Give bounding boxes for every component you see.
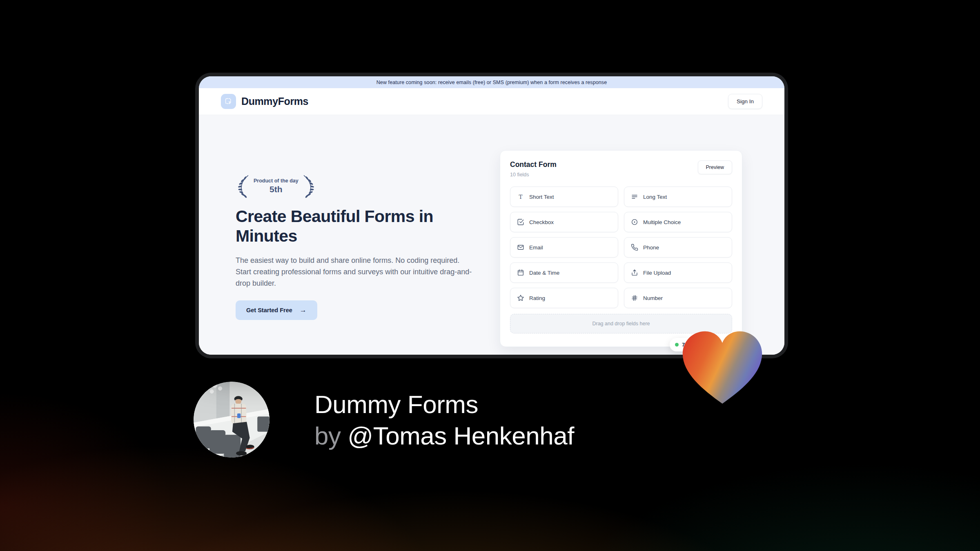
field-type-label: File Upload: [643, 270, 671, 276]
radio-icon: [631, 218, 638, 226]
maker-avatar: [194, 382, 270, 458]
field-type-label: Short Text: [529, 194, 554, 200]
field-type-number[interactable]: Number: [624, 288, 732, 308]
field-type-phone[interactable]: Phone: [624, 237, 732, 258]
field-type-checkbox[interactable]: Checkbox: [510, 212, 618, 232]
announcement-text: New feature coming soon: receive emails …: [376, 80, 607, 85]
form-field-count: 10 fields: [510, 172, 557, 178]
laurel-right-icon: [301, 174, 316, 198]
field-type-label: Checkbox: [529, 219, 554, 225]
hash-icon: [631, 294, 638, 302]
heart-logo-icon: [681, 329, 764, 406]
credit-byline: by @Tomas Henkenhaf: [314, 420, 574, 451]
calendar-icon: [517, 269, 524, 276]
envelope-icon: [517, 244, 524, 251]
field-type-grid: TShort TextLong TextCheckboxMultiple Cho…: [510, 187, 732, 308]
site-header: DummyForms Sign In: [199, 88, 784, 115]
lines-icon: [631, 193, 638, 200]
sign-in-button[interactable]: Sign In: [728, 94, 762, 109]
browser-window: New feature coming soon: receive emails …: [199, 76, 784, 355]
dummyforms-logo-icon: [221, 94, 236, 109]
form-builder-card: Contact Form 10 fields Preview TShort Te…: [500, 150, 742, 347]
hero-description: The easiest way to build and share onlin…: [236, 255, 477, 289]
field-type-email[interactable]: Email: [510, 237, 618, 258]
field-type-date-time[interactable]: Date & Time: [510, 262, 618, 283]
credit-text: Dummy Forms by @Tomas Henkenhaf: [314, 389, 574, 451]
dropzone-text: Drag and drop fields here: [592, 321, 650, 327]
svg-text:T: T: [519, 193, 522, 200]
laurel-left-icon: [236, 174, 251, 198]
byline-prefix: by: [314, 422, 347, 450]
field-type-short-text[interactable]: TShort Text: [510, 187, 618, 207]
form-card-header: Contact Form 10 fields Preview: [510, 160, 732, 178]
form-title: Contact Form: [510, 160, 557, 169]
field-type-label: Email: [529, 244, 543, 251]
field-type-file-upload[interactable]: File Upload: [624, 262, 732, 283]
brand-home-link[interactable]: DummyForms: [221, 94, 308, 109]
get-started-button[interactable]: Get Started Free →: [236, 300, 317, 320]
hero-title: Create Beautiful Forms in Minutes: [236, 207, 489, 246]
field-type-label: Rating: [529, 295, 545, 301]
arrow-right-icon: →: [300, 306, 307, 314]
badge-line2: 5th: [254, 184, 298, 194]
badge-line1: Product of the day: [254, 178, 298, 184]
upload-icon: [631, 269, 638, 276]
green-dot-icon: [675, 343, 679, 347]
field-type-label: Multiple Choice: [643, 219, 681, 225]
text-icon: T: [517, 193, 524, 200]
landing-body: Product of the day 5th: [199, 115, 784, 355]
product-of-the-day-badge: Product of the day 5th: [236, 174, 497, 198]
announcement-banner: New feature coming soon: receive emails …: [199, 76, 784, 88]
brand-name: DummyForms: [241, 96, 308, 107]
phone-icon: [631, 244, 638, 251]
field-type-multiple-choice[interactable]: Multiple Choice: [624, 212, 732, 232]
field-type-long-text[interactable]: Long Text: [624, 187, 732, 207]
checkbox-icon: [517, 218, 524, 226]
field-type-rating[interactable]: Rating: [510, 288, 618, 308]
field-type-label: Long Text: [643, 194, 667, 200]
field-type-label: Phone: [643, 244, 659, 251]
hero-section: Product of the day 5th: [236, 174, 497, 320]
field-type-label: Date & Time: [529, 270, 559, 276]
field-type-label: Number: [643, 295, 663, 301]
preview-button[interactable]: Preview: [698, 160, 732, 174]
byline-handle: @Tomas Henkenhaf: [347, 422, 574, 450]
star-icon: [517, 294, 524, 302]
credit-title: Dummy Forms: [314, 389, 574, 420]
get-started-label: Get Started Free: [246, 307, 292, 313]
